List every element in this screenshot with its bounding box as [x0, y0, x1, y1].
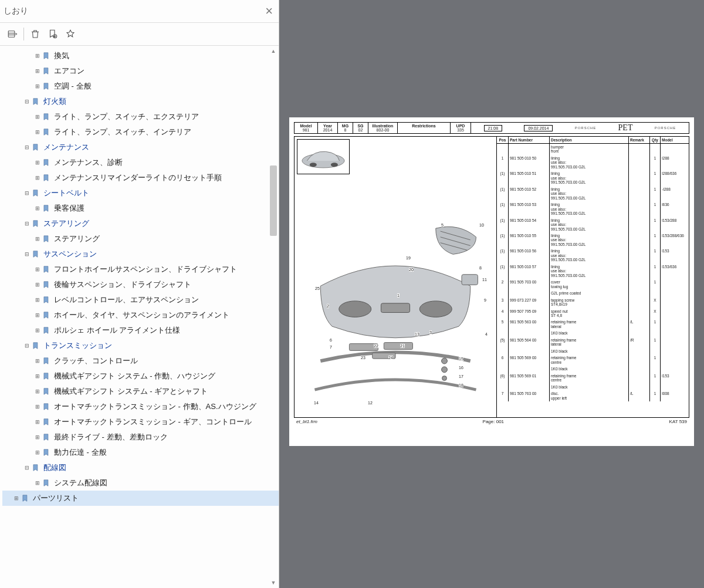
node-lights-int[interactable]: ⊞ライト、ランプ、スイッチ、インテリア — [2, 124, 279, 140]
node-clutch[interactable]: ⊞クラッチ、コントロール — [2, 353, 279, 369]
node-climate-general[interactable]: ⊞空調 - 全般 — [2, 79, 279, 94]
node-power[interactable]: ⊞動力伝達 - 全般 — [2, 445, 279, 460]
expand-icon[interactable]: ⊞ — [34, 446, 41, 459]
expand-icon[interactable]: ⊞ — [34, 65, 41, 77]
expand-icon[interactable]: ⊟ — [23, 95, 31, 108]
node-seatbelt[interactable]: ⊟シートベルト — [2, 185, 279, 201]
expand-icon[interactable]: ⊞ — [34, 126, 41, 138]
expand-icon[interactable]: ⊞ — [34, 232, 41, 245]
bookmark-tree[interactable]: ⊞換気⊞エアコン⊞空調 - 全般⊟灯火類⊞ライト、ランプ、スイッチ、エクステリア… — [0, 46, 279, 588]
node-steering-sub[interactable]: ⊞ステアリング — [2, 231, 279, 246]
node-ventilation[interactable]: ⊞換気 — [2, 48, 279, 63]
cell-pn: 999 507 795 09 — [509, 308, 550, 319]
expand-icon[interactable]: ⊞ — [34, 156, 41, 169]
node-maint-reset[interactable]: ⊞メンテナンスリマインダーライトのリセット手順 — [2, 170, 279, 185]
expand-icon[interactable]: ⊟ — [23, 339, 31, 352]
node-lights[interactable]: ⊟灯火類 — [2, 94, 279, 109]
expand-icon[interactable]: ⊞ — [34, 263, 41, 276]
node-gearshift-shaft[interactable]: ⊞機械式ギアシフト システム - ギアとシャフト — [2, 384, 279, 399]
expand-icon[interactable]: ⊟ — [23, 248, 31, 261]
options-button[interactable] — [5, 26, 20, 42]
expand-icon[interactable]: ⊞ — [34, 293, 41, 306]
node-porsche-align[interactable]: ⊞ポルシェ ホイール アライメント仕様 — [2, 323, 279, 338]
table-row: 5981 505 563 00retaining frame lateral/L… — [497, 319, 689, 330]
cell-mdl — [661, 348, 689, 354]
table-row: (1)981 505 010 55lining use also: 991.50… — [497, 232, 689, 248]
node-front-susp[interactable]: ⊞フロントホイールサスペンション、ドライブシャフト — [2, 262, 279, 277]
cell-pn: 981 505 564 00 — [509, 337, 550, 348]
cell-desc: 1K0 black — [550, 366, 629, 372]
star-button[interactable] — [63, 26, 78, 42]
expand-icon[interactable]: ⊞ — [34, 400, 41, 413]
bookmark-icon — [32, 342, 41, 350]
callout-7: 7 — [330, 345, 332, 349]
cell-rem — [629, 348, 650, 354]
node-aircon[interactable]: ⊞エアコン — [2, 63, 279, 79]
node-lights-ext[interactable]: ⊞ライト、ランプ、スイッチ、エクステリア — [2, 109, 279, 124]
cell-pn: 981 505 010 52 — [509, 186, 550, 201]
expand-icon[interactable]: ⊟ — [23, 187, 31, 200]
bookmark-icon — [32, 219, 41, 228]
node-wiring[interactable]: ⊟配線図 — [2, 460, 279, 475]
expand-icon[interactable]: ⊞ — [34, 171, 41, 184]
cell-desc: G2L prime coated — [550, 290, 629, 296]
document-viewport[interactable]: Model981 Year2014 MG8 SG02 Illustration8… — [279, 0, 704, 588]
svg-point-19 — [442, 358, 448, 364]
scroll-up-icon[interactable]: ▲ — [269, 48, 277, 54]
expand-icon[interactable]: ⊞ — [34, 80, 41, 93]
cell-desc: tapping screw ST4,8x19 — [550, 297, 629, 308]
cell-pn: 981 505 010 54 — [509, 217, 550, 232]
expand-icon[interactable]: ⊞ — [34, 202, 41, 215]
node-auto-housing[interactable]: ⊞オートマチックトランスミッション - 作動、AS.ハウジング — [2, 399, 279, 414]
node-maint-diag[interactable]: ⊞メンテナンス、診断 — [2, 155, 279, 170]
node-maint[interactable]: ⊟メンテナンス — [2, 140, 279, 155]
table-row: (1)981 505 010 57lining use also: 991.50… — [497, 263, 689, 279]
expand-icon[interactable]: ⊞ — [34, 49, 41, 62]
expand-icon[interactable]: ⊞ — [34, 370, 41, 383]
callout-9: 9 — [484, 298, 486, 302]
brand-right: PORSCHE — [655, 126, 676, 130]
expand-icon[interactable]: ⊞ — [34, 477, 41, 489]
expand-icon[interactable]: ⊞ — [34, 354, 41, 367]
hdr-year-label: Year — [320, 124, 336, 128]
expand-icon[interactable]: ⊞ — [34, 431, 41, 444]
expand-icon[interactable]: ⊟ — [23, 141, 31, 154]
cell-mdl — [661, 384, 689, 390]
expand-icon[interactable]: ⊞ — [34, 110, 41, 123]
node-suspension[interactable]: ⊟サスペンション — [2, 246, 279, 262]
table-row: 1K0 black — [497, 366, 689, 372]
scroll-thumb[interactable] — [270, 165, 277, 236]
node-wheel-align[interactable]: ⊞ホイール、タイヤ、サスペンションのアライメント — [2, 307, 279, 323]
expand-icon[interactable]: ⊞ — [13, 492, 20, 505]
expand-icon[interactable]: ⊞ — [34, 278, 41, 291]
expand-icon[interactable]: ⊞ — [34, 385, 41, 398]
expand-icon[interactable]: ⊟ — [23, 461, 31, 474]
node-gearshift-housing[interactable]: ⊞機械式ギアシフト システム - 作動、ハウジング — [2, 369, 279, 384]
expand-icon[interactable]: ⊞ — [34, 309, 41, 322]
svg-point-21 — [442, 376, 447, 381]
node-rear-susp[interactable]: ⊞後輪サスペンション、ドライブシャフト — [2, 277, 279, 292]
scrollbar[interactable]: ▲ ▼ — [269, 48, 277, 586]
node-level-ctrl[interactable]: ⊞レベルコントロール、エアサスペンション — [2, 292, 279, 307]
cell-rem — [629, 170, 650, 185]
scroll-down-icon[interactable]: ▼ — [269, 580, 277, 586]
node-final-drive[interactable]: ⊞最終ドライブ - 差動、差動ロック — [2, 430, 279, 445]
expand-icon[interactable]: ⊞ — [34, 415, 41, 428]
cell-qty — [650, 366, 661, 372]
close-icon[interactable]: × — [265, 4, 273, 19]
cell-mdl: I153 — [661, 373, 689, 384]
add-bookmark-button[interactable] — [45, 26, 60, 42]
node-trans[interactable]: ⊟トランスミッション — [2, 338, 279, 353]
expand-icon[interactable]: ⊟ — [23, 217, 31, 230]
cell-qty: X — [650, 308, 661, 319]
expand-icon[interactable]: ⊞ — [34, 324, 41, 337]
node-passenger-protection[interactable]: ⊞乗客保護 — [2, 201, 279, 216]
page-footer: et_bt1.frm Page: 001 KAT 539 — [294, 418, 689, 424]
delete-button[interactable] — [28, 26, 43, 42]
node-steering[interactable]: ⊟ステアリング — [2, 216, 279, 231]
node-parts-list[interactable]: ⊞パーツリスト — [2, 491, 279, 506]
node-sys-wiring[interactable]: ⊞システム配線図 — [2, 475, 279, 491]
tree-label: 機械式ギアシフト システム - 作動、ハウジング — [54, 370, 215, 383]
cell-pos: (1) — [497, 248, 509, 263]
node-auto-gear[interactable]: ⊞オートマチックトランスミッション - ギア、コントロール — [2, 414, 279, 430]
